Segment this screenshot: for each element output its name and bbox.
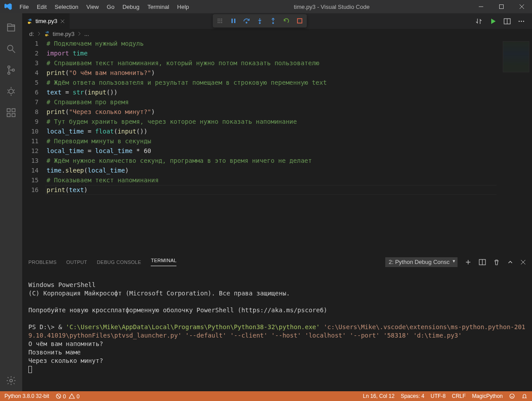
editor[interactable]: 12345678910111213141516 # Подключаем нуж… bbox=[22, 39, 532, 254]
status-encoding[interactable]: UTF-8 bbox=[430, 393, 446, 399]
status-ln-col[interactable]: Ln 16, Col 12 bbox=[363, 393, 395, 399]
svg-point-34 bbox=[259, 23, 260, 24]
extensions-icon[interactable] bbox=[0, 102, 22, 123]
terminal-select[interactable]: 2: Python Debug Consc bbox=[385, 257, 458, 267]
svg-rect-12 bbox=[12, 114, 15, 117]
minimap[interactable] bbox=[497, 39, 532, 254]
terminal-cursor bbox=[28, 366, 32, 373]
split-editor-icon[interactable] bbox=[504, 18, 511, 25]
explorer-icon[interactable] bbox=[0, 17, 22, 38]
tab-close-icon[interactable] bbox=[60, 19, 65, 24]
maximize-button[interactable] bbox=[491, 0, 512, 13]
svg-point-45 bbox=[510, 394, 514, 398]
svg-rect-36 bbox=[297, 19, 302, 23]
compare-changes-icon[interactable] bbox=[475, 18, 482, 25]
svg-rect-11 bbox=[7, 114, 10, 117]
debug-step-out-icon[interactable] bbox=[269, 16, 278, 25]
notifications-icon[interactable] bbox=[521, 393, 528, 399]
svg-point-8 bbox=[12, 69, 15, 71]
debug-icon[interactable] bbox=[0, 81, 22, 102]
status-language[interactable]: MagicPython bbox=[472, 393, 503, 399]
new-terminal-icon[interactable] bbox=[465, 259, 472, 266]
svg-point-27 bbox=[221, 20, 222, 21]
window-controls bbox=[471, 0, 532, 13]
more-actions-icon[interactable] bbox=[518, 18, 525, 25]
svg-point-23 bbox=[219, 19, 220, 20]
editor-actions bbox=[475, 13, 532, 29]
editor-tab-bar: time.py3 bbox=[22, 13, 532, 29]
editor-tab[interactable]: time.py3 bbox=[22, 13, 70, 29]
svg-point-7 bbox=[8, 72, 10, 75]
window-title: time.py3 - Visual Studio Code bbox=[192, 4, 471, 10]
panel-tabs: PROBLEMS OUTPUT DEBUG CONSOLE TERMINAL 2… bbox=[22, 254, 532, 270]
svg-point-29 bbox=[219, 22, 220, 23]
status-bar: Python 3.8.0 32-bit 0 0 Ln 16, Col 12 Sp… bbox=[0, 391, 532, 401]
svg-rect-31 bbox=[231, 19, 233, 23]
breadcrumb[interactable]: d: time.py3 ... bbox=[22, 29, 532, 39]
svg-point-28 bbox=[218, 22, 219, 23]
menu-view[interactable]: View bbox=[83, 2, 102, 12]
svg-point-30 bbox=[221, 22, 222, 23]
title-bar: File Edit Selection View Go Debug Termin… bbox=[0, 0, 532, 13]
settings-gear-icon[interactable] bbox=[0, 370, 22, 391]
svg-point-21 bbox=[523, 20, 524, 22]
debug-stop-icon[interactable] bbox=[295, 16, 304, 25]
svg-rect-32 bbox=[234, 19, 235, 23]
panel: PROBLEMS OUTPUT DEBUG CONSOLE TERMINAL 2… bbox=[22, 254, 532, 391]
python-file-icon bbox=[44, 31, 50, 37]
tab-debug-console[interactable]: DEBUG CONSOLE bbox=[97, 259, 141, 265]
menu-edit[interactable]: Edit bbox=[33, 2, 50, 12]
svg-point-4 bbox=[8, 45, 13, 51]
menu-bar: File Edit Selection View Go Debug Termin… bbox=[16, 2, 192, 12]
svg-rect-13 bbox=[12, 109, 15, 112]
svg-point-33 bbox=[246, 22, 247, 23]
terminal[interactable]: Windows PowerShell (C) Корпорация Майкро… bbox=[22, 270, 532, 391]
source-control-icon[interactable] bbox=[0, 59, 22, 81]
debug-step-into-icon[interactable] bbox=[255, 16, 264, 25]
breadcrumb-drive[interactable]: d: bbox=[29, 31, 34, 37]
svg-point-20 bbox=[521, 20, 522, 22]
svg-point-9 bbox=[9, 89, 13, 94]
status-python[interactable]: Python 3.8.0 32-bit bbox=[4, 393, 49, 399]
svg-rect-10 bbox=[7, 109, 10, 112]
search-icon[interactable] bbox=[0, 38, 22, 59]
feedback-icon[interactable] bbox=[509, 393, 515, 399]
menu-file[interactable]: File bbox=[16, 2, 32, 12]
menu-selection[interactable]: Selection bbox=[51, 2, 82, 12]
tab-problems[interactable]: PROBLEMS bbox=[28, 259, 57, 265]
menu-help[interactable]: Help bbox=[174, 2, 193, 12]
activity-bar bbox=[0, 13, 22, 391]
tab-output[interactable]: OUTPUT bbox=[66, 259, 87, 265]
svg-point-24 bbox=[221, 19, 222, 20]
split-terminal-icon[interactable] bbox=[479, 259, 486, 266]
debug-toolbar[interactable] bbox=[213, 14, 307, 28]
svg-point-35 bbox=[273, 23, 274, 24]
svg-line-5 bbox=[12, 50, 15, 53]
kill-terminal-icon[interactable] bbox=[493, 259, 500, 266]
status-spaces[interactable]: Spaces: 4 bbox=[401, 393, 424, 399]
close-panel-icon[interactable] bbox=[520, 259, 526, 265]
breadcrumb-file[interactable]: time.py3 bbox=[53, 31, 74, 37]
breadcrumb-ellipsis[interactable]: ... bbox=[84, 31, 89, 37]
maximize-panel-icon[interactable] bbox=[507, 259, 513, 265]
run-icon[interactable] bbox=[489, 18, 497, 25]
debug-step-over-icon[interactable] bbox=[242, 16, 251, 25]
svg-point-26 bbox=[219, 20, 220, 21]
status-problems[interactable]: 0 0 bbox=[55, 393, 80, 400]
tab-terminal[interactable]: TERMINAL bbox=[151, 258, 176, 266]
chevron-right-icon bbox=[77, 31, 82, 36]
code-area[interactable]: # Подключаем нужный модульimport time# С… bbox=[47, 39, 532, 254]
debug-restart-icon[interactable] bbox=[282, 16, 291, 25]
svg-rect-1 bbox=[500, 5, 504, 9]
menu-go[interactable]: Go bbox=[103, 2, 118, 12]
editor-tab-label: time.py3 bbox=[35, 18, 57, 24]
status-eol[interactable]: CRLF bbox=[452, 393, 466, 399]
close-button[interactable] bbox=[512, 0, 532, 13]
menu-debug[interactable]: Debug bbox=[119, 2, 143, 12]
menu-terminal[interactable]: Terminal bbox=[144, 2, 172, 12]
debug-grip-icon[interactable] bbox=[215, 16, 224, 25]
debug-pause-icon[interactable] bbox=[229, 16, 238, 25]
main-area: time.py3 d: time.py3 ... 123456789101112… bbox=[22, 13, 532, 391]
minimize-button[interactable] bbox=[471, 0, 491, 13]
chevron-right-icon bbox=[37, 31, 41, 36]
